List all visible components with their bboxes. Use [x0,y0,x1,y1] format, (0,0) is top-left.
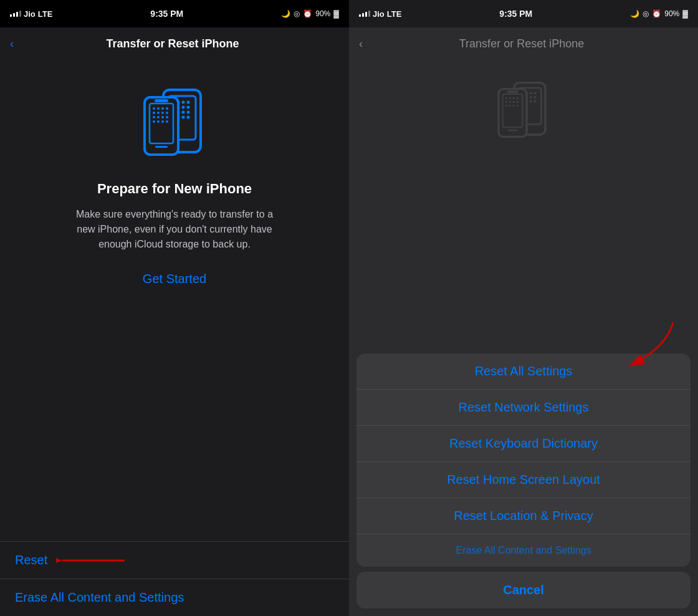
svg-point-56 [505,97,507,99]
svg-point-12 [182,111,185,114]
network-label: LTE [38,9,53,19]
svg-point-9 [187,106,190,109]
prepare-body: Make sure everything's ready to transfer… [75,207,274,252]
svg-point-16 [182,116,185,119]
svg-point-61 [509,101,511,103]
right-nav-title: Transfer or Reset iPhone [368,37,676,51]
right-battery-area: 🌙 ◎ ⏰ 90% ▓ [630,9,688,18]
svg-point-58 [513,97,515,99]
svg-point-31 [166,116,168,118]
left-nav-bar: ‹ Transfer or Reset iPhone [0,27,349,60]
svg-point-62 [513,101,515,103]
svg-point-49 [533,96,536,99]
svg-point-28 [153,116,155,118]
svg-point-64 [505,105,507,107]
left-phone-illustration [137,79,212,166]
reset-keyboard-dictionary-item[interactable]: Reset Keyboard Dictionary [356,426,691,462]
svg-point-66 [513,105,515,107]
right-time: 9:35 PM [499,9,532,19]
svg-point-34 [161,120,164,123]
right-panel: Jio LTE 9:35 PM 🌙 ◎ ⏰ 90% ▓ ‹ Transfer o… [349,0,698,616]
right-signal-icon [359,11,370,17]
svg-point-27 [166,112,168,114]
left-nav-title: Transfer or Reset iPhone [19,37,327,51]
left-carrier-info: Jio LTE [10,9,52,19]
erase-all-menu-item[interactable]: Erase All Content and Settings [0,579,349,616]
left-content: Prepare for New iPhone Make sure everyth… [0,60,349,541]
reset-home-screen-layout-item[interactable]: Reset Home Screen Layout [356,462,691,498]
svg-point-60 [505,101,507,103]
right-nav-bar: ‹ Transfer or Reset iPhone [349,27,698,60]
svg-point-57 [509,97,511,99]
svg-rect-69 [507,130,518,132]
location-icon: ◎ [294,9,300,18]
battery-label: 90% [315,9,330,18]
svg-rect-36 [155,99,168,102]
right-location-icon: ◎ [643,9,649,18]
svg-point-24 [153,112,155,114]
right-carrier-label: Jio [373,9,385,19]
svg-point-53 [533,100,536,103]
right-battery-label: 90% [664,9,679,18]
reset-location-privacy-item[interactable]: Reset Location & Privacy [356,498,691,534]
left-time: 9:35 PM [150,9,183,19]
svg-point-52 [530,100,532,103]
svg-point-25 [157,112,160,114]
left-back-button[interactable]: ‹ [10,37,14,51]
svg-point-33 [157,120,160,123]
svg-point-59 [516,97,518,99]
svg-point-65 [509,105,511,107]
carrier-label: Jio [24,9,36,19]
svg-point-17 [187,116,190,119]
svg-point-45 [533,92,536,94]
reset-modal-sheet: Reset All Settings Reset Network Setting… [349,354,698,616]
svg-rect-37 [155,146,168,148]
right-moon-icon: 🌙 [630,9,639,18]
svg-point-4 [182,101,185,104]
reset-menu-item[interactable]: Reset [0,542,349,579]
cancel-button[interactable]: Cancel [356,572,691,609]
right-phones-icon [492,72,555,147]
svg-point-30 [161,116,164,118]
svg-point-26 [161,112,164,114]
svg-point-21 [157,107,160,110]
left-battery-area: 🌙 ◎ ⏰ 90% ▓ [281,9,339,18]
right-network-label: LTE [387,9,402,19]
svg-point-63 [516,101,518,103]
svg-rect-68 [507,90,518,93]
right-carrier-info: Jio LTE [359,9,401,19]
right-status-bar: Jio LTE 9:35 PM 🌙 ◎ ⏰ 90% ▓ [349,0,698,27]
signal-icon [10,11,21,17]
svg-point-8 [182,106,185,109]
svg-point-44 [530,92,532,94]
alarm-icon: ⏰ [303,9,312,18]
left-panel: Jio LTE 9:35 PM 🌙 ◎ ⏰ 90% ▓ ‹ Transfer o… [0,0,349,616]
reset-options-group: Reset All Settings Reset Network Setting… [356,354,691,567]
right-alarm-icon: ⏰ [652,9,661,18]
svg-point-35 [166,120,168,123]
left-bottom-section: Reset Erase All Content and Settings [0,541,349,616]
prepare-title: Prepare for New iPhone [97,181,252,197]
battery-icon: ▓ [333,9,339,18]
svg-point-5 [187,101,190,104]
erase-all-content-item[interactable]: Erase All Content and Settings [356,534,691,567]
get-started-button[interactable]: Get Started [143,272,206,286]
reset-network-settings-item[interactable]: Reset Network Settings [356,390,691,426]
svg-point-29 [157,116,160,118]
svg-point-23 [166,107,168,110]
svg-point-22 [161,107,164,110]
moon-icon: 🌙 [281,9,290,18]
reset-arrow-annotation [56,548,131,573]
svg-point-67 [516,105,518,107]
svg-point-13 [187,111,190,114]
left-status-bar: Jio LTE 9:35 PM 🌙 ◎ ⏰ 90% ▓ [0,0,349,27]
reset-all-settings-item[interactable]: Reset All Settings [356,354,691,390]
svg-point-32 [153,120,155,123]
svg-point-20 [153,107,155,110]
right-battery-icon: ▓ [682,9,688,18]
right-back-button[interactable]: ‹ [359,37,363,51]
svg-point-48 [530,96,532,99]
transfer-phones-icon [137,79,212,166]
